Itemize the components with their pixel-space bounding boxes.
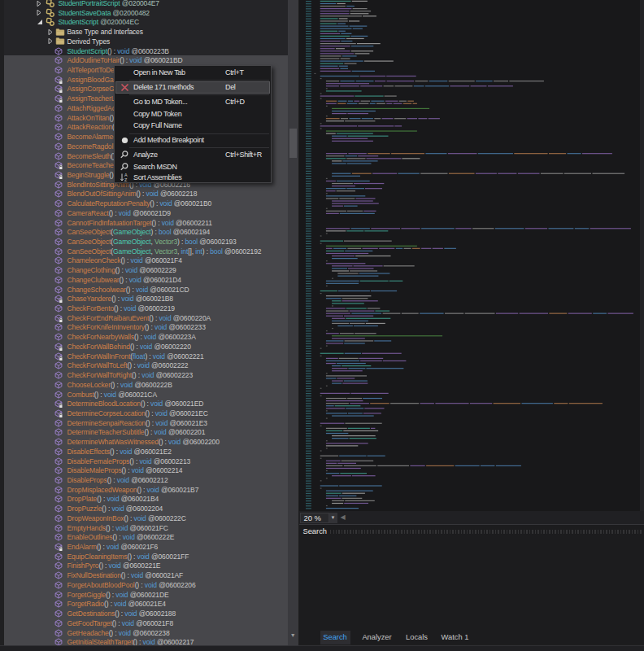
svg-text:Z: Z: [124, 177, 128, 182]
